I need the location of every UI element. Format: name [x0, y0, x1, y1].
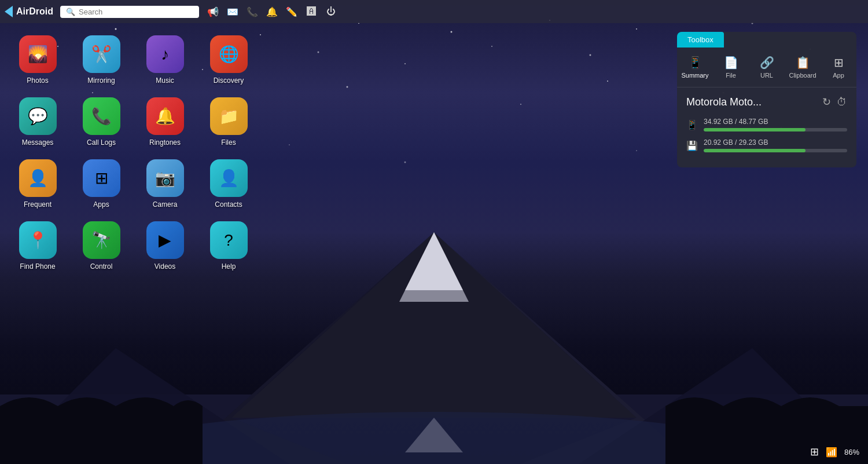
- storage-row-2: 💾 20.92 GB / 29.23 GB: [686, 138, 847, 152]
- toolbox-nav-icon-clipboard: 📋: [796, 56, 810, 70]
- storage-bar-1: [704, 128, 847, 131]
- app-label-contacts: Contacts: [215, 200, 242, 209]
- storage-row-1: 📱 34.92 GB / 48.77 GB: [686, 118, 847, 131]
- app-item-music[interactable]: ♪ Music: [136, 32, 194, 88]
- app-item-call-logs[interactable]: 📞 Call Logs: [72, 94, 130, 150]
- refresh-button[interactable]: ↻: [822, 96, 831, 108]
- app-item-messages[interactable]: 💬 Messages: [9, 94, 67, 150]
- storage-text-1: 34.92 GB / 48.77 GB: [704, 118, 847, 126]
- app-label-call-logs: Call Logs: [87, 138, 116, 147]
- app-icon-control: 🔭: [83, 221, 120, 259]
- app-label-photos: Photos: [27, 76, 48, 85]
- app-icon-mirroring: ✂️: [83, 35, 120, 73]
- app-label-camera: Camera: [153, 200, 178, 209]
- app-icon-contacts: 👤: [210, 159, 248, 197]
- toolbox-nav: 📱 Summary 📄 File 🔗 URL 📋 Clipboard ⊞ App: [677, 48, 856, 87]
- app-icon-find-phone: 📍: [19, 221, 57, 259]
- edit-icon[interactable]: ✏️: [285, 5, 299, 19]
- device-actions: ↻ ⏱: [822, 96, 847, 108]
- app-grid: 🌄 Photos ✂️ Mirroring ♪ Music 🌐 Discover…: [9, 32, 258, 274]
- app-item-apps[interactable]: ⊞ Apps: [72, 156, 130, 212]
- toolbox-panel: Toolbox 📱 Summary 📄 File 🔗 URL 📋 Clipboa…: [677, 32, 856, 167]
- power-icon[interactable]: ⏻: [324, 5, 338, 19]
- mail-icon[interactable]: ✉️: [226, 5, 240, 19]
- app-label-help: Help: [222, 262, 236, 271]
- app-item-camera[interactable]: 📷 Camera: [136, 156, 194, 212]
- app-item-ringtones[interactable]: 🔔 Ringtones: [136, 94, 194, 150]
- app-icon-files: 📁: [210, 97, 248, 135]
- search-input[interactable]: [79, 8, 189, 16]
- text-icon[interactable]: 🅰: [304, 5, 318, 19]
- app-label-videos: Videos: [155, 262, 175, 271]
- topbar: AirDroid 🔍 📢 ✉️ 📞 🔔 ✏️ 🅰 ⏻: [0, 0, 868, 23]
- toolbox-tab[interactable]: Toolbox: [677, 32, 724, 48]
- toolbox-nav-file[interactable]: 📄 File: [713, 52, 749, 82]
- app-label-find-phone: Find Phone: [20, 262, 55, 271]
- app-item-files[interactable]: 📁 Files: [200, 94, 258, 150]
- app-label-ringtones: Ringtones: [149, 138, 181, 147]
- app-icon-photos: 🌄: [19, 35, 57, 73]
- toolbox-nav-url[interactable]: 🔗 URL: [749, 52, 785, 82]
- search-bar[interactable]: 🔍: [60, 6, 199, 18]
- app-item-control[interactable]: 🔭 Control: [72, 218, 130, 274]
- bell-icon[interactable]: 🔔: [265, 5, 279, 19]
- storage-fill-2: [704, 149, 806, 152]
- app-label-mirroring: Mirroring: [87, 76, 115, 85]
- app-icon-discovery: 🌐: [210, 35, 248, 73]
- status-bar: ⊞ 📶 86%: [810, 445, 859, 458]
- app-icon-messages: 💬: [19, 97, 57, 135]
- sd-storage-icon: 💾: [686, 140, 698, 151]
- app-item-contacts[interactable]: 👤 Contacts: [200, 156, 258, 212]
- device-header: Motorola Moto... ↻ ⏱: [686, 96, 847, 108]
- app-label-messages: Messages: [22, 138, 54, 147]
- device-name: Motorola Moto...: [686, 96, 762, 108]
- search-icon: 🔍: [66, 8, 75, 16]
- app-item-find-phone[interactable]: 📍 Find Phone: [9, 218, 67, 274]
- storage-info-1: 34.92 GB / 48.77 GB: [704, 118, 847, 131]
- toolbox-nav-clipboard[interactable]: 📋 Clipboard: [785, 52, 821, 82]
- app-label-frequent: Frequent: [24, 200, 52, 209]
- app-icon-call-logs: 📞: [83, 97, 120, 135]
- toolbox-nav-icon-file: 📄: [724, 56, 738, 70]
- app-icon-camera: 📷: [146, 159, 184, 197]
- app-item-discovery[interactable]: 🌐 Discovery: [200, 32, 258, 88]
- app-label-apps: Apps: [93, 200, 109, 209]
- device-info: Motorola Moto... ↻ ⏱ 📱 34.92 GB / 48.77 …: [677, 87, 856, 167]
- screen-mirror-icon[interactable]: ⊞: [810, 445, 819, 458]
- app-item-videos[interactable]: ▶ Videos: [136, 218, 194, 274]
- storage-fill-1: [704, 128, 806, 131]
- app-icon-frequent: 👤: [19, 159, 57, 197]
- toolbox-nav-app[interactable]: ⊞ App: [821, 52, 856, 82]
- toolbox-nav-label-clipboard: Clipboard: [789, 72, 816, 79]
- storage-text-2: 20.92 GB / 29.23 GB: [704, 138, 847, 147]
- info-button[interactable]: ⏱: [837, 96, 847, 108]
- app-item-photos[interactable]: 🌄 Photos: [9, 32, 67, 88]
- app-icon-apps: ⊞: [83, 159, 120, 197]
- app-item-frequent[interactable]: 👤 Frequent: [9, 156, 67, 212]
- toolbox-nav-icon-app: ⊞: [834, 56, 844, 70]
- app-label-music: Music: [156, 76, 174, 85]
- app-label-files: Files: [221, 138, 236, 147]
- toolbox-nav-label-file: File: [726, 72, 736, 79]
- brand-name: AirDroid: [16, 6, 53, 17]
- wifi-icon: 📶: [826, 447, 837, 458]
- brand-logo: AirDroid: [5, 6, 53, 17]
- app-item-mirroring[interactable]: ✂️ Mirroring: [72, 32, 130, 88]
- phone-icon[interactable]: 📞: [245, 5, 259, 19]
- toolbox-nav-label-app: App: [833, 72, 844, 79]
- app-label-discovery: Discovery: [214, 76, 244, 85]
- logo-triangle: [5, 6, 13, 17]
- toolbox-nav-summary[interactable]: 📱 Summary: [677, 52, 713, 82]
- topbar-icons: 📢 ✉️ 📞 🔔 ✏️ 🅰 ⏻: [206, 5, 338, 19]
- app-icon-videos: ▶: [146, 221, 184, 259]
- storage-info-2: 20.92 GB / 29.23 GB: [704, 138, 847, 152]
- app-item-help[interactable]: ? Help: [200, 218, 258, 274]
- toolbox-nav-icon-summary: 📱: [688, 56, 703, 70]
- app-icon-ringtones: 🔔: [146, 97, 184, 135]
- phone-storage-icon: 📱: [686, 119, 698, 130]
- app-label-control: Control: [90, 262, 113, 271]
- app-icon-help: ?: [210, 221, 248, 259]
- notification-icon[interactable]: 📢: [206, 5, 220, 19]
- toolbox-nav-label-summary: Summary: [681, 72, 708, 79]
- storage-bar-2: [704, 149, 847, 152]
